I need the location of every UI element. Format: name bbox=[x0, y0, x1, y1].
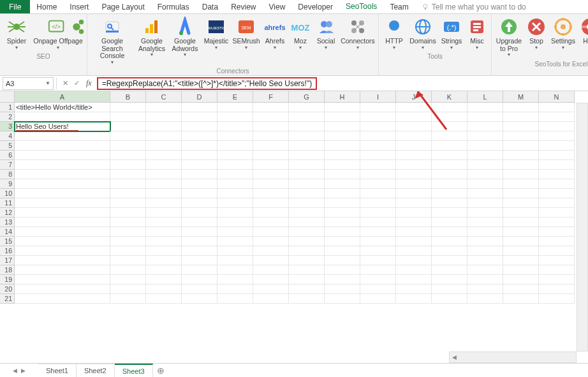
row-header-2[interactable]: 2 bbox=[0, 112, 15, 122]
horizontal-scrollbar[interactable]: ◀ bbox=[449, 351, 577, 363]
cell-I19[interactable] bbox=[360, 275, 396, 285]
cell-J15[interactable] bbox=[396, 237, 432, 246]
cell-M3[interactable] bbox=[503, 122, 539, 131]
cell-A18[interactable] bbox=[15, 265, 110, 275]
cell-C3[interactable] bbox=[146, 122, 182, 131]
cell-J18[interactable] bbox=[396, 265, 432, 275]
cell-E12[interactable] bbox=[217, 208, 253, 218]
cell-L9[interactable] bbox=[467, 179, 503, 189]
row-header-5[interactable]: 5 bbox=[0, 141, 15, 151]
cell-F20[interactable] bbox=[253, 285, 289, 294]
cell-I13[interactable] bbox=[360, 218, 396, 227]
cell-I8[interactable] bbox=[360, 170, 396, 179]
cell-G10[interactable] bbox=[289, 189, 325, 198]
cell-M13[interactable] bbox=[503, 218, 539, 227]
cell-L5[interactable] bbox=[467, 141, 503, 151]
cell-K8[interactable] bbox=[432, 170, 467, 179]
cell-M17[interactable] bbox=[503, 256, 539, 265]
cell-L13[interactable] bbox=[467, 218, 503, 227]
cell-H3[interactable] bbox=[325, 122, 360, 131]
cell-C17[interactable] bbox=[146, 256, 182, 265]
cell-C16[interactable] bbox=[146, 246, 182, 256]
cell-E21[interactable] bbox=[217, 294, 253, 304]
cell-L2[interactable] bbox=[467, 112, 503, 122]
cell-N14[interactable] bbox=[539, 227, 575, 237]
row-header-19[interactable]: 19 bbox=[0, 275, 15, 285]
cell-G17[interactable] bbox=[289, 256, 325, 265]
cell-J4[interactable] bbox=[396, 131, 432, 141]
cell-H20[interactable] bbox=[325, 285, 360, 294]
cell-I12[interactable] bbox=[360, 208, 396, 218]
cell-E9[interactable] bbox=[217, 179, 253, 189]
cell-D1[interactable] bbox=[182, 103, 217, 112]
cell-N9[interactable] bbox=[539, 179, 575, 189]
cell-F2[interactable] bbox=[253, 112, 289, 122]
cell-A3[interactable]: Hello Seo Users! bbox=[15, 122, 110, 131]
cell-J11[interactable] bbox=[396, 198, 432, 208]
row-header-3[interactable]: 3 bbox=[0, 122, 15, 131]
cell-C20[interactable] bbox=[146, 285, 182, 294]
cell-G8[interactable] bbox=[289, 170, 325, 179]
cell-M9[interactable] bbox=[503, 179, 539, 189]
row-header-4[interactable]: 4 bbox=[0, 131, 15, 141]
cell-L12[interactable] bbox=[467, 208, 503, 218]
cell-I21[interactable] bbox=[360, 294, 396, 304]
column-header-C[interactable]: C bbox=[146, 91, 182, 103]
row-header-18[interactable]: 18 bbox=[0, 265, 15, 275]
cell-F14[interactable] bbox=[253, 227, 289, 237]
cell-C9[interactable] bbox=[146, 179, 182, 189]
cell-A19[interactable] bbox=[15, 275, 110, 285]
cell-I18[interactable] bbox=[360, 265, 396, 275]
cell-E7[interactable] bbox=[217, 160, 253, 170]
cell-G20[interactable] bbox=[289, 285, 325, 294]
cell-H16[interactable] bbox=[325, 246, 360, 256]
cell-G7[interactable] bbox=[289, 160, 325, 170]
cell-A12[interactable] bbox=[15, 208, 110, 218]
cell-L8[interactable] bbox=[467, 170, 503, 179]
cell-M11[interactable] bbox=[503, 198, 539, 208]
cell-H7[interactable] bbox=[325, 160, 360, 170]
cell-B4[interactable] bbox=[110, 131, 146, 141]
cell-C10[interactable] bbox=[146, 189, 182, 198]
cell-L6[interactable] bbox=[467, 151, 503, 160]
cell-D13[interactable] bbox=[182, 218, 217, 227]
cell-E13[interactable] bbox=[217, 218, 253, 227]
tab-developer[interactable]: Developer bbox=[291, 0, 339, 13]
cell-N11[interactable] bbox=[539, 198, 575, 208]
cell-F10[interactable] bbox=[253, 189, 289, 198]
cell-G1[interactable] bbox=[289, 103, 325, 112]
column-header-N[interactable]: N bbox=[539, 91, 575, 103]
cell-D11[interactable] bbox=[182, 198, 217, 208]
cell-N3[interactable] bbox=[539, 122, 575, 131]
cell-J7[interactable] bbox=[396, 160, 432, 170]
tab-seotools[interactable]: SeoTools bbox=[339, 0, 383, 13]
tab-review[interactable]: Review bbox=[224, 0, 262, 13]
cell-B8[interactable] bbox=[110, 170, 146, 179]
cell-H6[interactable] bbox=[325, 151, 360, 160]
cell-H11[interactable] bbox=[325, 198, 360, 208]
cell-G5[interactable] bbox=[289, 141, 325, 151]
tab-page-layout[interactable]: Page Layout bbox=[95, 0, 151, 13]
cell-K14[interactable] bbox=[432, 227, 467, 237]
cell-M10[interactable] bbox=[503, 189, 539, 198]
cell-L15[interactable] bbox=[467, 237, 503, 246]
cells-area[interactable]: <title>Hello World</title>Hello Seo User… bbox=[15, 103, 588, 304]
cell-H12[interactable] bbox=[325, 208, 360, 218]
cell-E3[interactable] bbox=[217, 122, 253, 131]
cell-E17[interactable] bbox=[217, 256, 253, 265]
cell-K9[interactable] bbox=[432, 179, 467, 189]
cell-E10[interactable] bbox=[217, 189, 253, 198]
tab-insert[interactable]: Insert bbox=[63, 0, 95, 13]
cell-B3[interactable] bbox=[110, 122, 146, 131]
cell-C19[interactable] bbox=[146, 275, 182, 285]
cell-C5[interactable] bbox=[146, 141, 182, 151]
sheet-tab-sheet3[interactable]: Sheet3 bbox=[115, 364, 153, 377]
cell-H14[interactable] bbox=[325, 227, 360, 237]
cell-A1[interactable]: <title>Hello World</title> bbox=[15, 103, 110, 112]
cell-C7[interactable] bbox=[146, 160, 182, 170]
ribbon-social-button[interactable]: Social▾ bbox=[313, 15, 339, 66]
cell-C21[interactable] bbox=[146, 294, 182, 304]
cell-N17[interactable] bbox=[539, 256, 575, 265]
cell-K20[interactable] bbox=[432, 285, 467, 294]
cell-C15[interactable] bbox=[146, 237, 182, 246]
